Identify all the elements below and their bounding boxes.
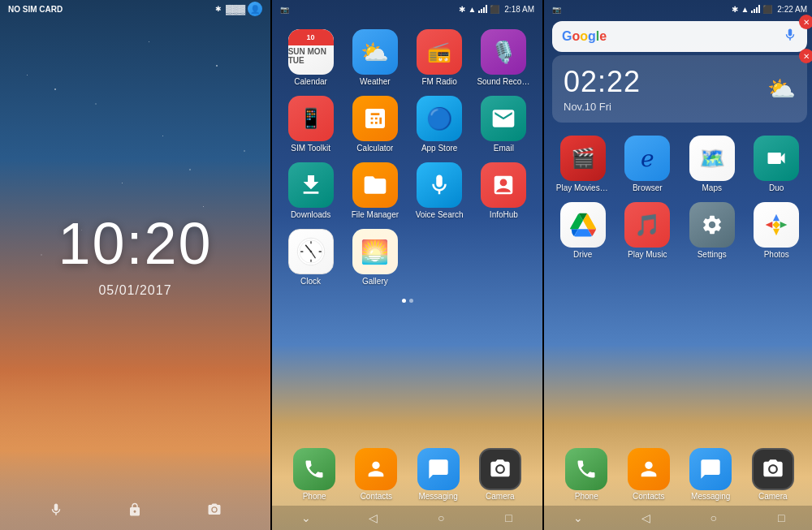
svg-point-0 (213, 508, 217, 512)
battery-icon-3: ⬛ (762, 5, 772, 14)
email-icon (481, 96, 526, 141)
app-clock[interactable]: Clock (280, 226, 341, 289)
app-label-calendar: Calendar (294, 77, 327, 86)
status-empty-home: 📷 (552, 5, 561, 14)
app-sound[interactable]: 🎙️ Sound Record. (473, 26, 534, 89)
app-calendar[interactable]: 10 SUN MON TUE Calendar (280, 26, 341, 89)
app-playmovies[interactable]: 🎬 Play Movies &. (552, 132, 614, 196)
app-infohub[interactable]: InfoHub (473, 159, 534, 222)
app-gallery[interactable]: 🌅 Gallery (344, 226, 405, 289)
app-label-fmradio: FM Radio (421, 77, 456, 86)
app-label-drive: Drive (573, 250, 592, 259)
dock-label-camera: Camera (486, 492, 515, 501)
app-label-infohub: InfoHub (490, 210, 518, 219)
dock-phone-home[interactable]: Phone (565, 448, 607, 501)
app-label-downloads: Downloads (291, 210, 330, 219)
settings-icon (689, 202, 735, 248)
app-downloads[interactable]: Downloads (280, 159, 341, 222)
status-icons-home: ✱ ▲ ⬛ 2:22 AM (732, 5, 807, 14)
app-label-settings: Settings (698, 250, 727, 259)
status-icons-lock: ✱ ▓▓▓ 👤 (214, 2, 262, 16)
phone-dock-home-icon (565, 448, 607, 490)
dock-label-messaging: Messaging (418, 492, 457, 501)
app-duo[interactable]: Duo (746, 132, 808, 196)
app-label-duo: Duo (769, 183, 784, 192)
app-appstore[interactable]: 🔵 App Store (409, 93, 470, 156)
app-sim[interactable]: 📱 SIM Toolkit (280, 93, 341, 156)
dock-messaging-home[interactable]: Messaging (689, 448, 732, 501)
app-photos[interactable]: Photos (746, 199, 808, 262)
clock-widget: 02:22 Nov.10 Fri ⛅ ✕ (552, 55, 807, 123)
time-display-home: 2:22 AM (777, 5, 807, 14)
svg-point-10 (497, 466, 503, 472)
lock-time: 10:20 (58, 210, 212, 277)
app-weather[interactable]: ⛅ Weather (344, 26, 405, 89)
app-voicesearch[interactable]: Voice Search (409, 159, 470, 222)
dock-camera[interactable]: Camera (479, 448, 521, 501)
app-fmradio[interactable]: 📻 FM Radio (409, 26, 470, 89)
google-widget-close[interactable]: ✕ (799, 15, 812, 29)
nav-back-btn[interactable]: ◁ (361, 510, 386, 526)
app-drive[interactable]: Drive (552, 199, 614, 262)
nav-recent-btn[interactable]: □ (496, 510, 520, 526)
gallery-icon: 🌅 (352, 229, 398, 274)
nav-home-home-btn[interactable]: ○ (702, 510, 726, 526)
app-email[interactable]: Email (473, 93, 534, 156)
bluetooth-icon: ✱ (214, 4, 223, 14)
calendar-icon: 10 SUN MON TUE (288, 29, 334, 75)
nav-down-home-btn[interactable]: ⌄ (566, 510, 590, 526)
app-label-playmovies: Play Movies &. (556, 183, 610, 192)
nav-home-btn[interactable]: ○ (429, 510, 453, 526)
downloads-icon (288, 162, 334, 208)
app-label-weather: Weather (360, 77, 391, 86)
sim-icon: 📱 (288, 96, 334, 141)
clock-widget-close[interactable]: ✕ (799, 49, 812, 63)
app-label-playmusic: Play Music (628, 250, 667, 259)
dock-messaging[interactable]: Messaging (417, 448, 460, 501)
avatar: 👤 (248, 2, 262, 16)
home-screen-panel: 📷 ✱ ▲ ⬛ 2:22 AM Google ✕ (544, 0, 812, 530)
dock-camera-home[interactable]: Camera (752, 448, 794, 501)
app-grid: 10 SUN MON TUE Calendar ⛅ Weather 📻 FM R… (272, 19, 542, 295)
svg-point-9 (309, 251, 312, 253)
sim-status: NO SIM CARD (8, 5, 63, 14)
google-logo: Google (562, 29, 607, 44)
battery-icon-2: ⬛ (490, 5, 499, 14)
google-search-widget[interactable]: Google ✕ (552, 21, 807, 52)
status-icons-apps: ✱ ▲ ⬛ 2:18 AM (459, 5, 534, 14)
nav-recent-home-btn[interactable]: □ (769, 510, 793, 526)
dock-label-camera-home: Camera (758, 492, 788, 501)
app-label-gallery: Gallery (362, 277, 388, 286)
camera-icon[interactable] (202, 498, 227, 522)
app-label-email: Email (494, 144, 514, 153)
phone-dock-icon (293, 448, 335, 490)
appstore-icon: 🔵 (417, 96, 462, 141)
dock-label-phone: Phone (303, 492, 326, 501)
scroll-indicator (272, 295, 542, 306)
drive-icon (560, 202, 606, 248)
app-browser[interactable]: ℯ Browser (617, 132, 679, 196)
dock-contacts-home[interactable]: Contacts (628, 448, 670, 501)
messaging-dock-home-icon (689, 448, 732, 490)
nav-down-btn[interactable]: ⌄ (294, 510, 318, 526)
app-label-clock: Clock (300, 277, 321, 286)
app-calculator[interactable]: Calculator (344, 93, 405, 156)
app-maps[interactable]: 🗺️ Maps (681, 132, 743, 196)
svg-point-11 (770, 466, 775, 472)
calculator-icon (352, 96, 398, 141)
lock-icon[interactable] (123, 498, 147, 522)
app-settings[interactable]: Settings (681, 199, 743, 262)
dock-phone[interactable]: Phone (293, 448, 335, 501)
app-filemanager[interactable]: File Manager (344, 159, 405, 222)
camera-dock-icon (479, 448, 521, 490)
nav-back-home-btn[interactable]: ◁ (633, 510, 658, 526)
dock-contacts[interactable]: Contacts (355, 448, 397, 501)
app-playmusic[interactable]: 🎵 Play Music (617, 199, 679, 262)
bottom-dock-home: Phone Contacts Messaging (544, 443, 812, 506)
status-bar-home: 📷 ✱ ▲ ⬛ 2:22 AM (544, 0, 812, 18)
google-mic-icon[interactable] (783, 28, 797, 45)
app-label-filemanager: File Manager (352, 210, 399, 219)
mic-icon[interactable] (44, 498, 68, 522)
widget-clock-date: Nov.10 Fri (564, 101, 641, 113)
nav-bar-home: ⌄ ◁ ○ □ (544, 506, 812, 530)
